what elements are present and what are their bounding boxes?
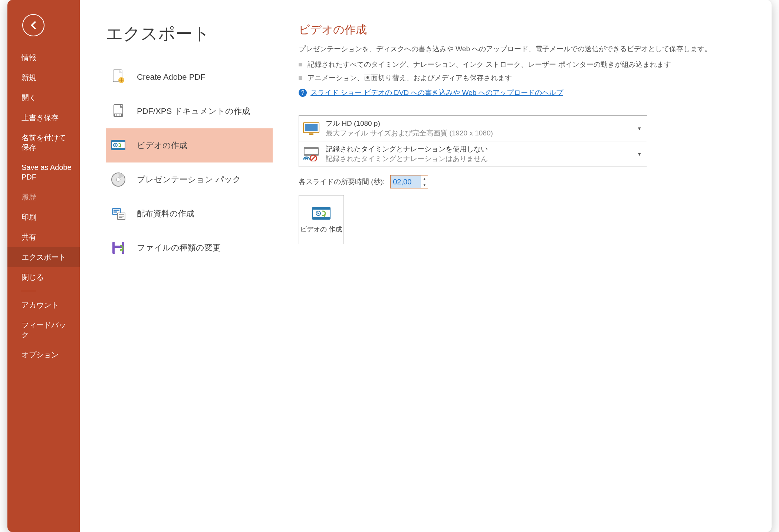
export-create-video[interactable]: ビデオの作成: [106, 128, 273, 162]
back-button[interactable]: [22, 14, 45, 36]
video-icon: [109, 137, 127, 154]
side-export[interactable]: エクスポート: [7, 247, 80, 267]
bullet-icon: [299, 63, 302, 66]
export-change-type[interactable]: ファイルの種類の変更: [106, 231, 273, 265]
spin-up-icon[interactable]: ▲: [421, 175, 428, 182]
cd-icon: [109, 171, 127, 188]
quality-line2: 最大ファイル サイズおよび完全高画質 (1920 x 1080): [326, 128, 493, 138]
export-pdf-xps[interactable]: PDF/XPS ドキュメントの作成: [106, 94, 273, 128]
seconds-spinner[interactable]: ▲ ▼: [390, 175, 428, 188]
side-save[interactable]: 上書き保存: [7, 108, 80, 128]
backstage-sidebar: 情報 新規 開く 上書き保存 名前を付けて保存 Save as Adobe PD…: [7, 0, 80, 532]
svg-rect-17: [119, 214, 124, 215]
side-account[interactable]: アカウント: [7, 295, 80, 315]
sidebar-separator: [21, 291, 36, 291]
side-open[interactable]: 開く: [7, 88, 80, 108]
svg-rect-6: [119, 114, 121, 116]
help-icon: ?: [299, 89, 307, 97]
svg-rect-5: [117, 114, 119, 116]
svg-rect-22: [115, 248, 122, 254]
export-label: プレゼンテーション パック: [137, 174, 241, 185]
monitor-icon: [303, 121, 320, 136]
export-handouts[interactable]: 配布資料の作成: [106, 197, 273, 231]
main-panel: エクスポート Create Adobe PDF PDF/XPS ドキュメントの作…: [80, 0, 772, 532]
export-label: 配布資料の作成: [137, 208, 194, 219]
spin-down-icon[interactable]: ▼: [421, 182, 428, 188]
help-link[interactable]: スライド ショー ビデオの DVD への書き込みや Web へのアップロードのヘ…: [310, 88, 563, 98]
svg-line-30: [311, 156, 316, 161]
export-list: Create Adobe PDF PDF/XPS ドキュメントの作成 ビデオの作…: [106, 60, 273, 265]
narration-off-icon: [303, 147, 320, 161]
side-info[interactable]: 情報: [7, 47, 80, 68]
side-history: 履歴: [7, 187, 80, 207]
help-row: ? スライド ショー ビデオの DVD への書き込みや Web へのアップロード…: [299, 88, 757, 98]
export-label: PDF/XPS ドキュメントの作成: [137, 106, 250, 117]
side-print[interactable]: 印刷: [7, 207, 80, 227]
side-options[interactable]: オプション: [7, 345, 80, 365]
seconds-per-slide-label: 各スライドの所要時間 (秒):: [299, 177, 385, 187]
svg-rect-24: [305, 124, 318, 131]
export-create-adobe-pdf[interactable]: Create Adobe PDF: [106, 60, 273, 94]
detail-description: プレゼンテーションを、ディスクへの書き込みや Web へのアップロード、電子メー…: [299, 44, 757, 54]
svg-rect-25: [309, 133, 313, 135]
side-new[interactable]: 新規: [7, 68, 80, 88]
svg-rect-33: [312, 217, 330, 219]
side-close[interactable]: 閉じる: [7, 267, 80, 287]
detail-bullet: 記録されたすべてのタイミング、ナレーション、インク ストローク、レーザー ポイン…: [299, 60, 757, 69]
arrow-left-icon: [27, 19, 40, 32]
export-label: ファイルの種類の変更: [137, 242, 221, 253]
detail-title: ビデオの作成: [299, 22, 757, 37]
svg-rect-8: [112, 140, 125, 142]
quality-dropdown[interactable]: フル HD (1080 p) 最大ファイル サイズおよび完全高画質 (1920 …: [299, 115, 647, 141]
svg-rect-19: [119, 217, 122, 218]
timing-line2: 記録されたタイミングとナレーションはありません: [326, 154, 488, 164]
export-label: Create Adobe PDF: [137, 72, 206, 82]
handout-icon: [109, 205, 127, 223]
page-title: エクスポート: [106, 22, 273, 45]
quality-line1: フル HD (1080 p): [326, 119, 493, 128]
export-label: ビデオの作成: [137, 140, 187, 151]
detail-panel: ビデオの作成 プレゼンテーションを、ディスクへの書き込みや Web へのアップロ…: [273, 22, 757, 517]
side-saveas[interactable]: 名前を付けて保存: [7, 128, 80, 157]
create-video-button[interactable]: ビデオの 作成: [299, 195, 344, 244]
side-share[interactable]: 共有: [7, 227, 80, 247]
bullet-icon: [299, 76, 302, 80]
side-feedback[interactable]: フィードバック: [7, 315, 80, 345]
svg-rect-9: [112, 148, 125, 150]
seconds-input[interactable]: [391, 175, 421, 188]
adobe-pdf-icon: [109, 68, 127, 86]
pdf-xps-icon: [109, 102, 127, 120]
detail-bullet: アニメーション、画面切り替え、およびメディアも保存されます: [299, 73, 757, 83]
svg-rect-18: [119, 216, 124, 217]
svg-rect-4: [115, 114, 116, 116]
chevron-down-icon: ▼: [637, 151, 642, 157]
save-change-icon: [109, 239, 127, 257]
svg-rect-14: [114, 210, 119, 211]
export-package[interactable]: プレゼンテーション パック: [106, 162, 273, 197]
svg-rect-15: [114, 211, 117, 213]
create-video-label: ビデオの 作成: [300, 225, 342, 234]
svg-rect-32: [312, 207, 330, 210]
side-save-adobe[interactable]: Save as Adobe PDF: [7, 157, 80, 187]
svg-rect-27: [304, 148, 318, 149]
timing-line1: 記録されたタイミングとナレーションを使用しない: [326, 144, 488, 154]
create-video-icon: [311, 205, 332, 222]
chevron-down-icon: ▼: [637, 126, 642, 131]
timing-dropdown[interactable]: 記録されたタイミングとナレーションを使用しない 記録されたタイミングとナレーショ…: [299, 141, 647, 167]
